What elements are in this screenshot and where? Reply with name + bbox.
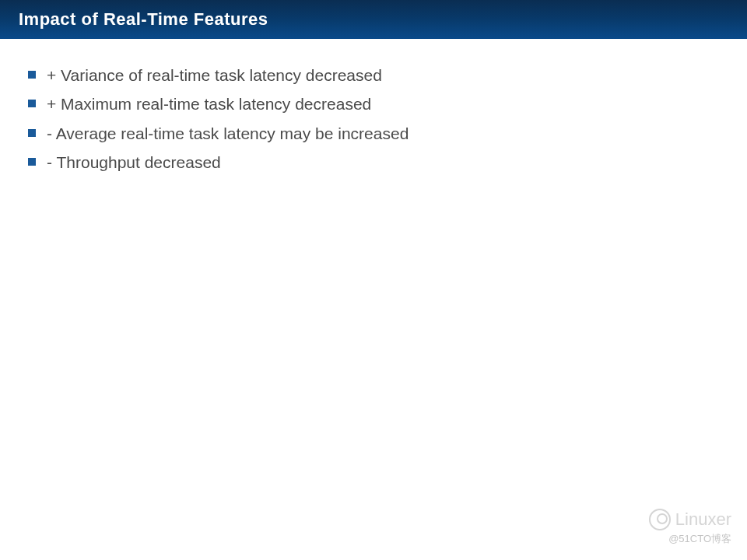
square-bullet-icon bbox=[28, 158, 36, 166]
bullet-text: + Variance of real-time task latency dec… bbox=[47, 64, 382, 86]
watermark-subtitle: @51CTO博客 bbox=[668, 532, 731, 546]
square-bullet-icon bbox=[28, 100, 36, 107]
slide-title-bar: Impact of Real-Time Features bbox=[0, 0, 747, 39]
bullet-list: + Variance of real-time task latency dec… bbox=[28, 64, 719, 174]
watermark-name: Linuxer bbox=[675, 509, 731, 530]
list-item: + Variance of real-time task latency dec… bbox=[28, 64, 719, 86]
list-item: - Throughput decreased bbox=[28, 151, 719, 173]
list-item: + Maximum real-time task latency decreas… bbox=[28, 93, 719, 115]
watermark-top: Linuxer bbox=[649, 509, 731, 530]
bullet-text: - Average real-time task latency may be … bbox=[47, 122, 409, 145]
wechat-icon bbox=[649, 509, 671, 530]
list-item: - Average real-time task latency may be … bbox=[28, 122, 719, 145]
slide-title: Impact of Real-Time Features bbox=[19, 9, 268, 30]
slide-content: + Variance of real-time task latency dec… bbox=[0, 39, 747, 205]
bullet-text: + Maximum real-time task latency decreas… bbox=[47, 93, 371, 115]
bullet-text: - Throughput decreased bbox=[47, 151, 221, 173]
square-bullet-icon bbox=[28, 71, 36, 79]
watermark: Linuxer @51CTO博客 bbox=[649, 509, 731, 546]
square-bullet-icon bbox=[28, 129, 36, 137]
